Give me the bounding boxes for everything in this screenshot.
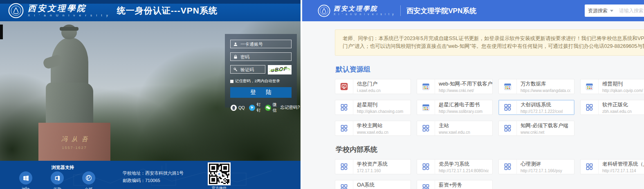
search-category-dropdown[interactable]: 资源搜索	[588, 7, 613, 14]
search-input[interactable]	[619, 8, 644, 14]
portal-title: 西安文理学院VPN系统	[406, 6, 476, 16]
resource-card-title: 万方数据库	[521, 81, 570, 88]
qq-login-button[interactable]: QQ	[230, 104, 245, 111]
resource-card[interactable]: 学校主网站www.xawl.edu.cn	[335, 121, 411, 136]
resource-card[interactable]: web-知网-不用下载客户端http://www.cnki.net/	[417, 79, 493, 94]
resource-card[interactable]: 知网-必须下载客户端www.cnki.net	[498, 121, 574, 136]
resource-card[interactable]: 老科研管理系统（入口一http://172.17.1.114	[580, 159, 644, 174]
resource-card[interactable]: 主站www.xawl.edu.cn	[417, 121, 493, 136]
grid-icon	[499, 100, 517, 115]
logo-chinese-name: 西安文理學院	[334, 6, 395, 12]
resource-card-title: 大创训练系统	[521, 101, 563, 108]
card-text: 超星期刊http://qikan.chaoxing.com	[353, 101, 407, 114]
section-title: 学校内部系统	[336, 145, 644, 154]
social-label: 微信	[273, 102, 277, 113]
resource-card[interactable]: 超星汇雅电子图书http://www.sslibrary.com	[417, 100, 493, 115]
card-text: 维普期刊http://qikan.cqvip.com/	[599, 81, 644, 93]
card-text: 大创训练系统http://172.17.1.222/cxxl	[517, 101, 566, 114]
grid-icon	[581, 160, 599, 174]
qr-caption: 官方微信	[204, 186, 234, 189]
resource-card-url: zbh.xawl.edu.cn	[602, 109, 632, 114]
captcha-input[interactable]	[240, 67, 263, 72]
wechat-login-button[interactable]: 微信	[265, 102, 277, 113]
card-grid: 信息门户i.xawl.edu.cnweb-知网-不用下载客户端http://ww…	[335, 79, 644, 136]
resource-card-title: 学校资产系统	[357, 161, 388, 168]
calendar-icon	[581, 79, 599, 94]
resource-card[interactable]: OA系统http://oa.xawl.edu.cn/caslogi...	[335, 180, 411, 189]
resource-card[interactable]: 心理测评http://172.17.1.166/psy	[498, 159, 574, 174]
browser-chrome[interactable]: 谷歌	[51, 171, 64, 189]
remember-checkbox[interactable]	[230, 80, 233, 83]
resource-card[interactable]: 软件正版化zbh.xawl.edu.cn	[580, 100, 644, 115]
campus-photo: 冯从吾 1557-1627	[0, 21, 301, 161]
qq-icon	[230, 104, 237, 111]
account-input[interactable]	[240, 42, 289, 47]
remember-row[interactable]: 记住密码，2周内自动登录	[230, 79, 292, 84]
resource-card[interactable]: 学校资产系统172.17.1.160	[335, 159, 411, 174]
grid-icon	[499, 160, 517, 174]
password-input[interactable]	[240, 54, 289, 59]
section-title: 默认资源组	[336, 65, 644, 74]
resource-card[interactable]: 维普期刊http://qikan.cqvip.com/	[580, 79, 644, 94]
grid-icon	[335, 180, 353, 189]
resource-card-title: 维普期刊	[602, 81, 643, 88]
browser-firefox[interactable]: 火狐	[82, 171, 95, 189]
resource-card-url: http://www.sslibrary.com	[439, 109, 482, 114]
vpn-login-window: 西安文理學院 X i ' a n U n i v e r s i t y 统一身…	[0, 0, 301, 189]
resource-card[interactable]: 信息门户i.xawl.edu.cn	[335, 79, 411, 94]
resource-card[interactable]: 大创训练系统http://172.17.1.222/cxxl	[498, 100, 574, 115]
browser-ie[interactable]: ie9+	[19, 171, 32, 189]
resource-card-title: 老科研管理系统（入口一	[602, 161, 644, 168]
resource-card-url: https://www.wanfangdata.co...	[521, 88, 570, 93]
grid-icon	[335, 100, 353, 115]
browser-label: ie9+	[22, 187, 29, 189]
card-text: OA系统http://oa.xawl.edu.cn/caslogi...	[353, 182, 411, 189]
resource-card[interactable]: 万方数据库https://www.wanfangdata.co...	[498, 79, 574, 94]
monitor-red-icon	[335, 79, 353, 94]
resource-card-title: 学校主网站	[357, 122, 388, 129]
resource-search-box: 资源搜索	[585, 4, 644, 17]
card-text: 主站www.xawl.edu.cn	[435, 122, 474, 135]
social-label: 钉钉	[257, 102, 261, 113]
forgot-password-link[interactable]: 忘记密码?	[280, 105, 300, 110]
resource-card-title: 心理测评	[521, 161, 562, 168]
postcode-line: 邮政编码：710065	[123, 177, 184, 184]
resource-card[interactable]: 党员学习系统http://172.17.1.214:8080/xian...	[417, 159, 493, 174]
firefox-icon	[82, 171, 95, 184]
card-text: 薪资+劳务http://172.16.239.3/dlpt/casl...	[435, 182, 492, 189]
captcha-noise	[268, 65, 292, 74]
resource-card[interactable]: 薪资+劳务http://172.16.239.3/dlpt/casl...	[417, 180, 493, 189]
edge-notch	[0, 25, 3, 39]
portal-body: 老师、同学们：本系统已于2023年5月完成自建SSL证书更新，如登录提示软件安装…	[302, 21, 644, 189]
statue-pedestal: 冯从吾 1557-1627	[38, 123, 110, 161]
resource-card-title: 超星汇雅电子图书	[439, 101, 482, 108]
account-field-wrap	[230, 40, 292, 48]
login-button[interactable]: 登 陆	[230, 87, 292, 98]
statue-inscription-years: 1557-1627	[62, 146, 87, 150]
resource-card[interactable]: 超星期刊http://qikan.chaoxing.com	[335, 100, 411, 115]
right-header: 西安文理學院 X i ' a n U n i v e r s i t y 西安文…	[302, 0, 644, 21]
resource-card-url: http://www.cnki.net/	[439, 88, 489, 93]
grid-icon	[417, 180, 435, 189]
calendar-icon	[499, 79, 517, 94]
resource-card-url: www.xawl.edu.cn	[439, 130, 470, 135]
university-logo-icon	[8, 3, 24, 18]
screen: 西安文理學院 X i ' a n U n i v e r s i t y 统一身…	[0, 0, 644, 189]
university-logo-icon	[318, 4, 330, 17]
resource-card-title: web-知网-不用下载客户端	[439, 81, 489, 88]
chevron-down-icon	[610, 10, 613, 12]
captcha-field-wrap	[230, 65, 265, 74]
card-text: 学校主网站www.xawl.edu.cn	[353, 122, 392, 135]
resource-card-url: www.cnki.net	[521, 130, 568, 135]
statue-inscription-name: 冯从吾	[57, 135, 92, 143]
password-field-wrap	[230, 52, 292, 61]
card-text: 心理测评http://172.17.1.166/psy	[517, 161, 566, 173]
dingtalk-login-button[interactable]: 钉钉	[249, 102, 261, 113]
resource-sections: 默认资源组信息门户i.xawl.edu.cnweb-知网-不用下载客户端http…	[335, 65, 644, 189]
qr-center-logo: e	[216, 171, 222, 177]
card-text: 万方数据库https://www.wanfangdata.co...	[517, 81, 574, 93]
dingtalk-icon	[249, 104, 256, 111]
card-text: 超星汇雅电子图书http://www.sslibrary.com	[435, 101, 486, 114]
captcha-image[interactable]: uBOF	[268, 65, 292, 74]
page-title: 统一身份认证---VPN系统	[117, 5, 218, 16]
